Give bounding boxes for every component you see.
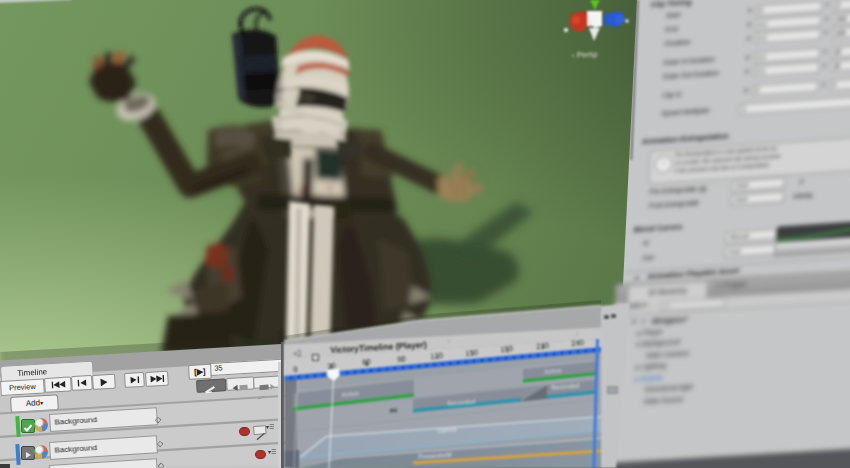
svg-text:‹ Persp: ‹ Persp [572,50,599,60]
